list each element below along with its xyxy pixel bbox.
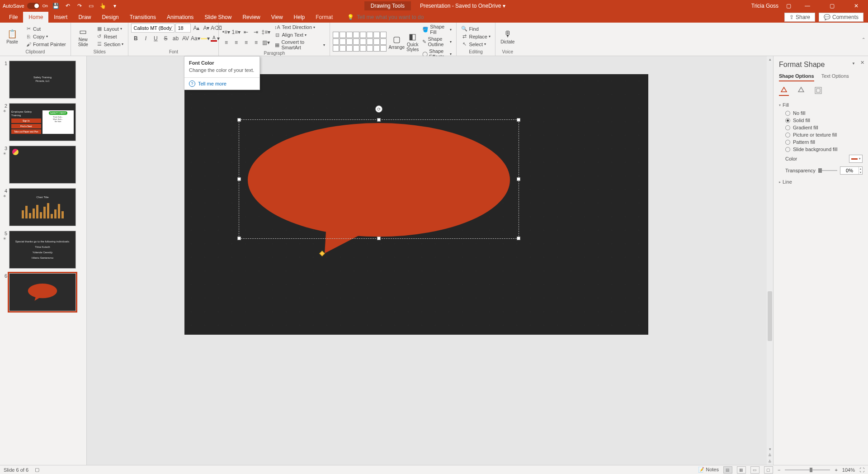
tell-me-more-button[interactable]: ?Tell me more (184, 77, 259, 90)
font-name-combo[interactable] (131, 24, 175, 33)
radio-pattern-fill[interactable]: Pattern fill (779, 138, 863, 146)
tab-slideshow[interactable]: Slide Show (199, 12, 237, 23)
slide-thumbnail-5[interactable]: Special thanks go to the following indiv… (9, 231, 76, 269)
replace-button[interactable]: ⇄Replace ▾ (459, 33, 492, 40)
shapes-gallery[interactable] (333, 32, 387, 52)
resize-handle-nw[interactable] (237, 118, 241, 122)
notes-button[interactable]: 📝 Notes (698, 467, 719, 473)
pane-close-button[interactable]: ✕ (860, 60, 864, 66)
arrange-button[interactable]: ▢Arrange (388, 29, 405, 54)
align-left-button[interactable]: ≡ (222, 38, 231, 47)
shape-outline-button[interactable]: ✎Shape Outline ▾ (420, 36, 453, 47)
layout-button[interactable]: ▦Layout ▾ (94, 25, 126, 33)
restore-button[interactable]: ▢ (823, 0, 841, 12)
change-case-button[interactable]: Aa▾ (191, 34, 200, 43)
tab-animations[interactable]: Animations (161, 12, 199, 23)
normal-view-button[interactable]: ▤ (723, 466, 732, 474)
fill-line-icon[interactable] (779, 86, 789, 96)
zoom-out-button[interactable]: − (778, 467, 780, 473)
align-center-button[interactable]: ≡ (231, 38, 241, 47)
radio-gradient-fill[interactable]: Gradient fill (779, 124, 863, 131)
italic-button[interactable]: I (141, 34, 150, 43)
line-spacing-button[interactable]: ‡≡▾ (261, 28, 270, 37)
scroll-up-icon[interactable]: ▴ (767, 56, 773, 62)
fill-color-picker[interactable] (849, 155, 863, 163)
slide-6[interactable]: ⟳ (184, 74, 648, 335)
scroll-down-icon[interactable]: ▾ (767, 446, 773, 452)
spin-up-icon[interactable]: ▴ (859, 167, 862, 171)
pane-tab-shape-options[interactable]: Shape Options (779, 73, 814, 81)
user-name[interactable]: Tricia Goss (751, 3, 778, 9)
radio-slide-bg-fill[interactable]: Slide background fill (779, 146, 863, 153)
redo-icon[interactable]: ↷ (76, 2, 83, 9)
zoom-level[interactable]: 104% (842, 467, 855, 473)
minimize-button[interactable]: — (798, 0, 816, 12)
reset-button[interactable]: ↺Reset (94, 33, 126, 40)
slide-thumbnail-1[interactable]: Safety TrainingPinnacle, LLC (9, 61, 76, 99)
share-button[interactable]: ⇪Share (784, 13, 815, 22)
spin-down-icon[interactable]: ▾ (859, 171, 862, 174)
copy-button[interactable]: ⎘Copy ▾ (24, 33, 68, 40)
shadow-button[interactable]: ab (171, 34, 180, 43)
zoom-slider[interactable] (785, 469, 830, 470)
fill-section-header[interactable]: Fill (779, 102, 863, 108)
slideshow-view-button[interactable]: ▢ (764, 466, 773, 474)
autosave-toggle[interactable]: AutoSave On (3, 3, 48, 9)
paste-button[interactable]: 📋 Paste (3, 24, 22, 49)
slide-thumbnail-6[interactable] (9, 273, 76, 311)
justify-button[interactable]: ≡ (251, 38, 260, 47)
spell-check-icon[interactable]: ▢ (35, 467, 39, 473)
slide-thumbnail-4[interactable]: Chart Title (9, 188, 76, 226)
size-properties-icon[interactable] (813, 86, 823, 96)
resize-handle-sw[interactable] (237, 237, 241, 240)
section-button[interactable]: ☰Section ▾ (94, 41, 126, 48)
bullets-button[interactable]: •≡▾ (222, 28, 231, 37)
font-size-combo[interactable] (175, 24, 191, 33)
effects-pane-icon[interactable] (796, 86, 806, 96)
highlight-button[interactable]: ▾ (201, 34, 210, 43)
tab-file[interactable]: File (4, 12, 23, 23)
slide-thumbnail-2[interactable]: Employee Safety Training Sign In Find a … (9, 103, 76, 141)
shape-fill-button[interactable]: 🪣Shape Fill ▾ (420, 24, 453, 35)
slide-sorter-button[interactable]: ▦ (737, 466, 746, 474)
text-direction-button[interactable]: ↕AText Direction ▾ (272, 24, 327, 31)
undo-icon[interactable]: ↶ (64, 2, 71, 9)
radio-solid-fill[interactable]: Solid fill (779, 117, 863, 124)
increase-font-size-button[interactable]: A▴ (192, 24, 201, 33)
increase-indent-button[interactable]: ⇥ (251, 28, 260, 37)
find-button[interactable]: 🔍Find (459, 25, 492, 33)
tab-design[interactable]: Design (96, 12, 124, 23)
numbering-button[interactable]: 1≡▾ (231, 28, 241, 37)
tab-draw[interactable]: Draw (73, 12, 96, 23)
scroll-thumb[interactable] (768, 291, 772, 341)
bold-button[interactable]: B (131, 34, 140, 43)
tab-view[interactable]: View (266, 12, 288, 23)
tab-home[interactable]: Home (23, 12, 48, 23)
resize-handle-n[interactable] (377, 118, 381, 122)
columns-button[interactable]: ▥▾ (261, 38, 270, 47)
touch-mode-icon[interactable]: 👆 (99, 2, 107, 9)
quick-styles-button[interactable]: ◧Quick Styles (406, 29, 419, 54)
vertical-scrollbar[interactable]: ▴ ▾ ≜ ≛ (767, 56, 773, 465)
pane-tab-text-options[interactable]: Text Options (821, 73, 849, 81)
select-button[interactable]: ↖Select ▾ (459, 41, 492, 48)
ribbon-display-icon[interactable]: ▢ (785, 2, 792, 9)
tell-me-search[interactable]: 💡 (347, 12, 447, 23)
tab-transitions[interactable]: Transitions (124, 12, 161, 23)
resize-handle-e[interactable] (517, 177, 520, 181)
align-right-button[interactable]: ≡ (241, 38, 250, 47)
transparency-value-input[interactable] (840, 168, 859, 173)
transparency-slider[interactable] (818, 170, 837, 171)
rotation-handle[interactable]: ⟳ (375, 105, 382, 113)
fit-to-window-button[interactable]: ⛶ (859, 467, 864, 473)
new-slide-button[interactable]: ▭ New Slide (74, 24, 93, 49)
transparency-spinner[interactable]: ▴▾ (840, 166, 863, 175)
reading-view-button[interactable]: ▭ (750, 466, 760, 474)
resize-handle-se[interactable] (517, 237, 520, 240)
convert-smartart-button[interactable]: ▦Convert to SmartArt ▾ (272, 39, 327, 51)
underline-button[interactable]: U (151, 34, 160, 43)
tab-format[interactable]: Format (310, 12, 338, 23)
line-section-header[interactable]: Line (779, 179, 863, 185)
font-color-button[interactable]: A▾ (211, 34, 220, 43)
slide-thumbnails-panel[interactable]: 1 Safety TrainingPinnacle, LLC 2✶ Employ… (0, 56, 87, 465)
